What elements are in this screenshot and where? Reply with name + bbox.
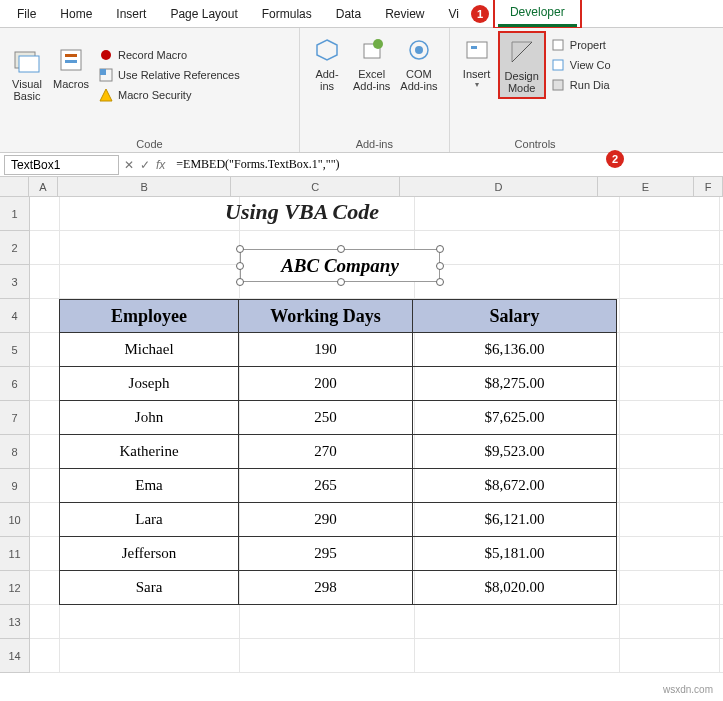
cell-salary: $8,275.00: [412, 366, 617, 401]
title-text: Using VBA Code: [225, 199, 379, 225]
macro-security-button[interactable]: Macro Security: [94, 85, 244, 105]
cell-employee: Sara: [59, 570, 239, 605]
macros-button[interactable]: Macros: [48, 41, 94, 93]
svg-rect-14: [467, 42, 487, 58]
macros-label: Macros: [53, 78, 89, 90]
name-box[interactable]: [4, 155, 119, 175]
cell-salary: $9,523.00: [412, 434, 617, 469]
tab-insert[interactable]: Insert: [104, 2, 158, 26]
svg-rect-18: [553, 40, 563, 50]
design-mode-button[interactable]: Design Mode: [498, 31, 546, 99]
textbox-value: ABC Company: [281, 255, 399, 277]
col-B[interactable]: B: [58, 177, 232, 197]
row-7[interactable]: 7: [0, 401, 30, 435]
tab-file[interactable]: File: [5, 2, 48, 26]
resize-handle[interactable]: [236, 278, 244, 286]
col-F[interactable]: F: [694, 177, 723, 197]
addins-button[interactable]: Add- ins: [306, 31, 348, 95]
row-10[interactable]: 10: [0, 503, 30, 537]
row-3[interactable]: 3: [0, 265, 30, 299]
row-14[interactable]: 14: [0, 639, 30, 673]
table-row: Katherine270$9,523.00: [60, 435, 617, 469]
group-addins-label: Add-ins: [306, 136, 443, 150]
tab-developer[interactable]: Developer: [498, 0, 577, 27]
row-headers: 1 2 3 4 5 6 7 8 9 10 11 12 13 14: [0, 197, 30, 673]
view-code-button[interactable]: View Co: [546, 55, 615, 75]
record-macro-button[interactable]: Record Macro: [94, 45, 244, 65]
tab-home[interactable]: Home: [48, 2, 104, 26]
cell-days: 250: [238, 400, 413, 435]
record-icon: [98, 47, 114, 63]
row-5[interactable]: 5: [0, 333, 30, 367]
resize-handle[interactable]: [337, 245, 345, 253]
formula-input[interactable]: [170, 155, 723, 174]
callout-2: 2: [606, 150, 624, 168]
cancel-icon[interactable]: ✕: [124, 158, 134, 172]
fx-icon[interactable]: fx: [156, 158, 165, 172]
tab-formulas[interactable]: Formulas: [250, 2, 324, 26]
group-code-label: Code: [6, 136, 293, 150]
table-row: Ema265$8,672.00: [60, 469, 617, 503]
excel-addins-button[interactable]: Excel Add-ins: [348, 31, 395, 95]
resize-handle[interactable]: [337, 278, 345, 286]
tab-data[interactable]: Data: [324, 2, 373, 26]
resize-handle[interactable]: [436, 278, 444, 286]
tab-pagelayout[interactable]: Page Layout: [158, 2, 249, 26]
run-dialog-button[interactable]: Run Dia: [546, 75, 615, 95]
insert-control-label: Insert: [463, 68, 491, 80]
com-addins-label: COM Add-ins: [400, 68, 437, 92]
tab-review[interactable]: Review: [373, 2, 436, 26]
resize-handle[interactable]: [236, 245, 244, 253]
cell-employee: Lara: [59, 502, 239, 537]
row-11[interactable]: 11: [0, 537, 30, 571]
row-12[interactable]: 12: [0, 571, 30, 605]
cell-employee: Katherine: [59, 434, 239, 469]
col-D[interactable]: D: [400, 177, 598, 197]
resize-handle[interactable]: [436, 245, 444, 253]
row-9[interactable]: 9: [0, 469, 30, 503]
chevron-down-icon: ▾: [475, 80, 479, 89]
row-8[interactable]: 8: [0, 435, 30, 469]
cell-employee: Ema: [59, 468, 239, 503]
cell-salary: $5,181.00: [412, 536, 617, 571]
relref-icon: [98, 67, 114, 83]
table-row: Jefferson295$5,181.00: [60, 537, 617, 571]
visual-basic-button[interactable]: Visual Basic: [6, 41, 48, 105]
properties-button[interactable]: Propert: [546, 35, 615, 55]
table-row: John250$7,625.00: [60, 401, 617, 435]
com-addins-button[interactable]: COM Add-ins: [395, 31, 442, 95]
table-row: Joseph200$8,275.00: [60, 367, 617, 401]
cells-area[interactable]: document.write(Array.from({length:14},()…: [30, 197, 723, 673]
row-1[interactable]: 1: [0, 197, 30, 231]
row-4[interactable]: 4: [0, 299, 30, 333]
relref-label: Use Relative References: [118, 69, 240, 81]
svg-rect-7: [100, 69, 106, 75]
row-2[interactable]: 2: [0, 231, 30, 265]
svg-rect-3: [65, 54, 77, 57]
record-label: Record Macro: [118, 49, 187, 61]
cell-employee: Michael: [59, 332, 239, 367]
col-A[interactable]: A: [29, 177, 58, 197]
excel-addins-label: Excel Add-ins: [353, 68, 390, 92]
cell-salary: $7,625.00: [412, 400, 617, 435]
resize-handle[interactable]: [236, 262, 244, 270]
row-13[interactable]: 13: [0, 605, 30, 639]
table-row: Lara290$6,121.00: [60, 503, 617, 537]
run-dialog-icon: [550, 77, 566, 93]
resize-handle[interactable]: [436, 262, 444, 270]
svg-point-5: [101, 50, 111, 60]
svg-rect-20: [553, 80, 563, 90]
select-all-corner[interactable]: [0, 177, 29, 197]
tab-view[interactable]: Vi: [437, 2, 471, 26]
insert-control-button[interactable]: Insert▾: [456, 31, 498, 92]
enter-icon[interactable]: ✓: [140, 158, 150, 172]
textbox-object[interactable]: ABC Company: [240, 249, 440, 282]
th-salary: Salary: [412, 299, 617, 333]
relative-ref-button[interactable]: Use Relative References: [94, 65, 244, 85]
properties-icon: [550, 37, 566, 53]
svg-rect-15: [471, 46, 477, 49]
row-6[interactable]: 6: [0, 367, 30, 401]
col-E[interactable]: E: [598, 177, 694, 197]
col-C[interactable]: C: [231, 177, 400, 197]
group-addins: Add- ins Excel Add-ins COM Add-ins Add-i…: [300, 28, 450, 152]
